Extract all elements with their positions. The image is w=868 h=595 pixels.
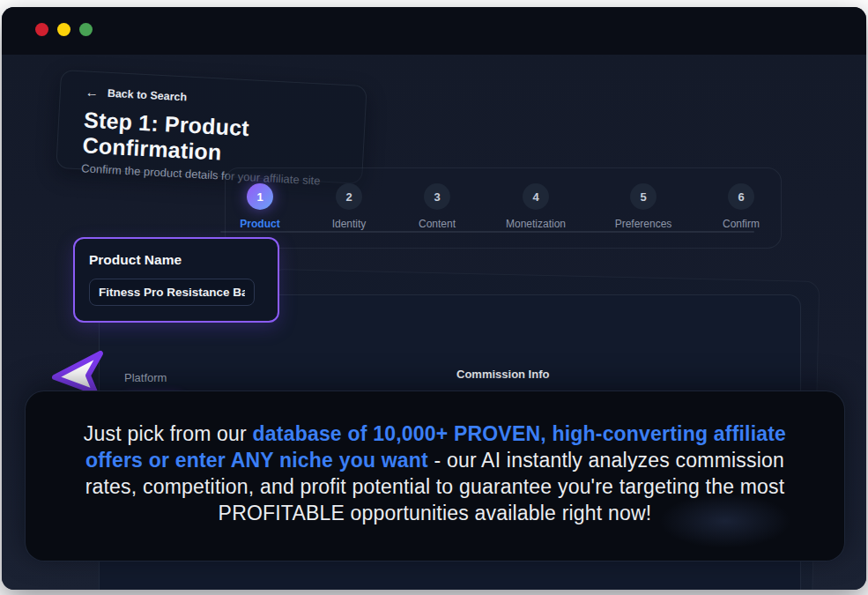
step-label: Monetization [483,218,589,230]
step-monetization[interactable]: 4 Monetization [483,183,589,230]
product-name-input[interactable] [89,279,255,306]
minimize-window-icon[interactable] [57,23,70,36]
message-segment: Just pick from our [84,422,253,445]
marketing-overlay: Just pick from our database of 10,000+ P… [25,390,845,562]
traffic-lights [35,23,93,36]
titlebar [2,7,866,55]
step-number-badge: 1 [247,183,273,210]
close-window-icon[interactable] [35,23,48,36]
step-number-badge: 5 [630,183,657,210]
overlay-glow [659,494,791,548]
step-number-badge: 4 [523,183,549,210]
wizard-stepper: 1 Product 2 Identity 3 Content 4 Monetiz… [225,167,782,249]
back-arrow-icon: ← [85,84,99,100]
product-name-card: Product Name [73,237,279,323]
step-number-badge: 3 [424,183,450,210]
product-name-title: Product Name [89,252,263,268]
window-body: ← Back to Search Step 1: Product Confirm… [2,55,866,590]
step-label: Content [384,218,490,230]
platform-label: Platform [124,371,167,384]
page-title: Step 1: Product Confirmation [82,107,340,171]
step-preferences[interactable]: 5 Preferences [590,183,696,230]
step-number-badge: 2 [336,183,362,210]
app-window: ← Back to Search Step 1: Product Confirm… [2,7,866,590]
back-link-label: Back to Search [107,86,187,103]
commission-info-title: Commission Info [456,368,783,381]
step-label: Confirm [688,218,794,230]
step-content[interactable]: 3 Content [384,183,490,230]
stepper-progress-track [220,231,754,233]
zoom-window-icon[interactable] [79,23,93,36]
step-confirm[interactable]: 6 Confirm [688,183,794,230]
step-number-badge: 6 [728,183,754,210]
step-label: Preferences [590,218,696,230]
